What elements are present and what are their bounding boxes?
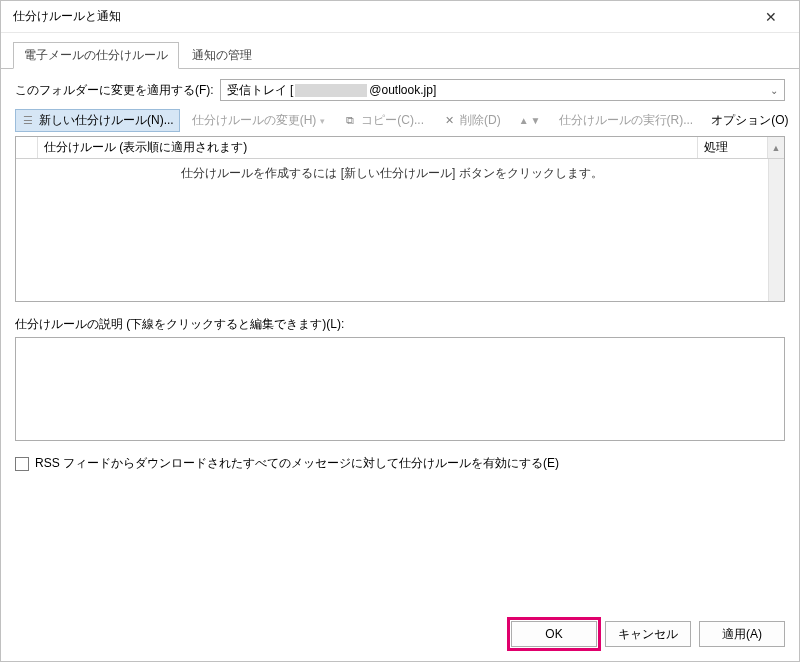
dropdown-icon: ▾ — [320, 116, 325, 126]
titlebar: 仕分けルールと通知 ✕ — [1, 1, 799, 33]
copy-icon: ⧉ — [343, 114, 357, 128]
rss-checkbox-label[interactable]: RSS フィードからダウンロードされたすべてのメッセージに対して仕分けルールを有… — [35, 455, 559, 472]
cancel-button[interactable]: キャンセル — [605, 621, 691, 647]
close-icon: ✕ — [765, 9, 777, 25]
scroll-up-button[interactable]: ▲ — [768, 137, 784, 158]
rules-and-alerts-window: 仕分けルールと通知 ✕ 電子メールの仕分けルール 通知の管理 このフォルダーに変… — [0, 0, 800, 662]
rss-checkbox[interactable] — [15, 457, 29, 471]
col-rule-header[interactable]: 仕分けルール (表示順に適用されます) — [38, 137, 698, 158]
rules-list-body: 仕分けルールを作成するには [新しい仕分けルール] ボタンをクリックします。 — [16, 159, 784, 301]
empty-rules-message: 仕分けルールを作成するには [新しい仕分けルール] ボタンをクリックします。 — [16, 159, 768, 301]
selected-folder-value: 受信トレイ [ @outlook.jp] — [227, 82, 437, 99]
rule-description-area[interactable] — [15, 337, 785, 441]
new-rule-button[interactable]: ☰ 新しい仕分けルール(N)... — [15, 109, 180, 132]
copy-rule-button[interactable]: ⧉ コピー(C)... — [337, 109, 430, 132]
dialog-footer: OK キャンセル 適用(A) — [1, 611, 799, 661]
close-button[interactable]: ✕ — [751, 3, 791, 31]
apply-changes-label: このフォルダーに変更を適用する(F): — [15, 82, 214, 99]
tab-strip: 電子メールの仕分けルール 通知の管理 — [1, 33, 799, 69]
spacer — [1, 486, 799, 611]
move-up-button[interactable]: ▲ — [519, 115, 529, 126]
new-rule-label: 新しい仕分けルール(N)... — [39, 112, 174, 129]
rules-list-header: 仕分けルール (表示順に適用されます) 処理 ▲ — [16, 137, 784, 159]
change-rule-label: 仕分けルールの変更(H) — [192, 112, 317, 129]
col-action-header[interactable]: 処理 — [698, 137, 768, 158]
inbox-label-part: 受信トレイ [ — [227, 82, 294, 99]
rule-description-label: 仕分けルールの説明 (下線をクリックすると編集できます)(L): — [1, 308, 799, 337]
run-rules-button[interactable]: 仕分けルールの実行(R)... — [553, 109, 700, 132]
tab-email-rules[interactable]: 電子メールの仕分けルール — [13, 42, 179, 69]
account-masked — [295, 84, 367, 97]
tab-label: 通知の管理 — [192, 48, 252, 62]
folder-row: このフォルダーに変更を適用する(F): 受信トレイ [ @outlook.jp]… — [1, 69, 799, 107]
delete-label: 削除(D) — [460, 112, 501, 129]
tab-manage-alerts[interactable]: 通知の管理 — [181, 42, 263, 69]
col-checkbox[interactable] — [16, 137, 38, 158]
folder-combobox[interactable]: 受信トレイ [ @outlook.jp] ⌄ — [220, 79, 785, 101]
apply-label: 適用(A) — [722, 626, 762, 643]
options-button[interactable]: オプション(O) — [705, 109, 794, 132]
delete-icon: ✕ — [442, 114, 456, 128]
run-rules-label: 仕分けルールの実行(R)... — [559, 112, 694, 129]
ok-button[interactable]: OK — [511, 621, 597, 647]
cancel-label: キャンセル — [618, 626, 678, 643]
options-label: オプション(O) — [711, 112, 788, 129]
window-title: 仕分けルールと通知 — [13, 8, 121, 25]
col-action-label: 処理 — [704, 140, 728, 154]
copy-label: コピー(C)... — [361, 112, 424, 129]
rss-checkbox-row: RSS フィードからダウンロードされたすべてのメッセージに対して仕分けルールを有… — [1, 441, 799, 486]
change-rule-button[interactable]: 仕分けルールの変更(H) ▾ — [186, 109, 332, 132]
rules-list: 仕分けルール (表示順に適用されます) 処理 ▲ 仕分けルールを作成するには [… — [15, 136, 785, 302]
new-rule-icon: ☰ — [21, 114, 35, 128]
move-down-button[interactable]: ▼ — [531, 115, 541, 126]
col-rule-label: 仕分けルール (表示順に適用されます) — [44, 140, 247, 154]
chevron-down-icon: ⌄ — [770, 85, 778, 96]
ok-label: OK — [545, 627, 562, 641]
tab-label: 電子メールの仕分けルール — [24, 48, 168, 62]
domain-part: @outlook.jp] — [369, 83, 436, 97]
rules-toolbar: ☰ 新しい仕分けルール(N)... 仕分けルールの変更(H) ▾ ⧉ コピー(C… — [1, 107, 799, 134]
delete-rule-button[interactable]: ✕ 削除(D) — [436, 109, 507, 132]
apply-button[interactable]: 適用(A) — [699, 621, 785, 647]
move-buttons: ▲ ▼ — [513, 112, 547, 129]
vertical-scrollbar[interactable] — [768, 159, 784, 301]
